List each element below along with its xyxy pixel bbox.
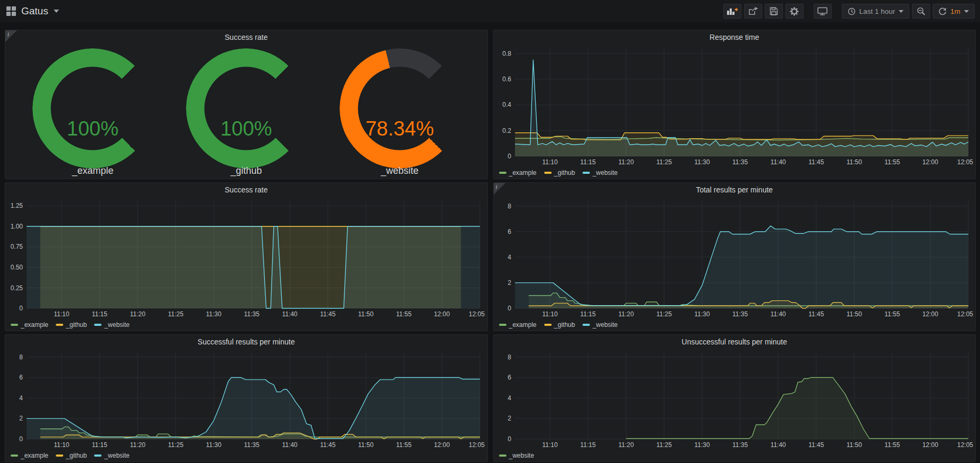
- svg-text:8: 8: [19, 353, 23, 361]
- svg-text:12:00: 12:00: [922, 158, 938, 166]
- svg-text:12:00: 12:00: [434, 310, 450, 318]
- refresh-button[interactable]: 1m: [933, 4, 975, 19]
- panel-title-success-rate[interactable]: Success rate: [5, 30, 487, 44]
- legend-item-_example[interactable]: _example: [11, 321, 48, 329]
- svg-text:11:10: 11:10: [542, 441, 557, 449]
- svg-text:11:55: 11:55: [884, 441, 900, 449]
- panel-info-icon[interactable]: i: [494, 183, 505, 195]
- svg-text:12:05: 12:05: [957, 158, 973, 166]
- svg-text:11:40: 11:40: [770, 441, 785, 449]
- legend-label: _example: [21, 452, 48, 459]
- settings-button[interactable]: [785, 4, 804, 19]
- chart-canvas[interactable]: 0246811:1011:1511:2011:2511:3011:3511:40…: [494, 197, 976, 319]
- legend-item-_website[interactable]: _website: [499, 452, 534, 459]
- time-range-label: Last 1 hour: [859, 7, 895, 15]
- save-button[interactable]: [765, 4, 783, 19]
- total-rpm-chart[interactable]: 0246811:1011:1511:2011:2511:3011:3511:40…: [494, 197, 976, 319]
- success-rate-chart[interactable]: 00.250.500.751.001.2511:1011:1511:2011:2…: [5, 197, 487, 319]
- svg-text:11:35: 11:35: [244, 310, 259, 318]
- svg-text:11:25: 11:25: [656, 310, 671, 318]
- svg-text:11:30: 11:30: [694, 158, 709, 166]
- legend-label: _website: [509, 452, 534, 459]
- legend-item-_website[interactable]: _website: [582, 321, 618, 329]
- gauge-value: 100%: [170, 117, 323, 140]
- legend-label: _website: [593, 169, 618, 176]
- dashboard-title[interactable]: Gatus: [21, 5, 48, 17]
- svg-text:0: 0: [19, 435, 23, 443]
- legend-item-_github[interactable]: _github: [544, 321, 575, 329]
- legend-item-_website[interactable]: _website: [582, 169, 618, 176]
- caret-down-icon: [964, 10, 969, 13]
- svg-text:11:50: 11:50: [358, 310, 374, 318]
- legend-item-_github[interactable]: _github: [544, 169, 575, 176]
- gauge-arc: [32, 48, 153, 169]
- legend-item-_example[interactable]: _example: [499, 321, 537, 329]
- add-panel-button[interactable]: [723, 4, 741, 19]
- svg-text:12:05: 12:05: [957, 310, 973, 318]
- legend-item-_website[interactable]: _website: [94, 321, 129, 329]
- svg-text:11:15: 11:15: [580, 441, 595, 449]
- legend-item-_github[interactable]: _github: [56, 321, 87, 329]
- svg-text:11:40: 11:40: [770, 310, 785, 318]
- legend-swatch: [11, 324, 18, 326]
- successful-rpm-chart[interactable]: 0246811:1011:1511:2011:2511:3011:3511:40…: [5, 349, 487, 450]
- unsuccessful-rpm-chart[interactable]: 0246811:1011:1511:2011:2511:3011:3511:40…: [494, 349, 976, 450]
- panel-title-unsuccessful-rpm[interactable]: Unsuccessful results per minute: [494, 335, 976, 349]
- panel-response-time: Response time 00.20.40.60.811:1011:1511:…: [493, 30, 976, 179]
- chart-canvas[interactable]: 00.250.500.751.001.2511:1011:1511:2011:2…: [5, 197, 487, 319]
- panel-total-rpm: i Total results per minute 0246811:1011:…: [493, 182, 976, 331]
- chart-canvas[interactable]: 0246811:1011:1511:2011:2511:3011:3511:40…: [5, 349, 487, 450]
- monitor-icon: [817, 7, 827, 15]
- time-range-picker[interactable]: Last 1 hour: [842, 4, 910, 19]
- chart-canvas[interactable]: 0246811:1011:1511:2011:2511:3011:3511:40…: [494, 349, 976, 450]
- svg-text:2: 2: [508, 415, 511, 422]
- svg-text:11:15: 11:15: [92, 441, 107, 449]
- legend-item-_example[interactable]: _example: [11, 452, 48, 459]
- svg-text:11:20: 11:20: [130, 310, 145, 318]
- legend-label: _website: [593, 321, 618, 329]
- gear-icon: [790, 7, 799, 16]
- zoom-out-button[interactable]: [912, 4, 930, 19]
- gauge-website: 78.34% _website: [323, 44, 477, 179]
- svg-text:11:45: 11:45: [808, 158, 824, 166]
- svg-text:11:20: 11:20: [618, 158, 633, 166]
- legend-label: _github: [554, 321, 575, 329]
- legend: _example_github_website: [494, 319, 976, 331]
- legend-item-_github[interactable]: _github: [56, 452, 87, 459]
- gauge-label: _example: [16, 165, 170, 176]
- zoom-out-icon: [917, 7, 925, 15]
- share-button[interactable]: [744, 4, 762, 19]
- chart-canvas[interactable]: 00.20.40.60.811:1011:1511:2011:2511:3011…: [494, 44, 976, 167]
- dashboard-grid: i Success rate 100% _example 100% _githu…: [0, 22, 980, 462]
- svg-text:0: 0: [508, 435, 511, 443]
- response-time-chart[interactable]: 00.20.40.60.811:1011:1511:2011:2511:3011…: [494, 44, 976, 167]
- svg-text:12:05: 12:05: [469, 441, 485, 449]
- tv-mode-button[interactable]: [814, 4, 832, 19]
- panel-title-response-time[interactable]: Response time: [494, 30, 976, 44]
- legend-swatch: [56, 324, 63, 326]
- svg-text:11:45: 11:45: [320, 441, 335, 449]
- legend-label: _example: [509, 321, 537, 329]
- panel-success-rate-ts: Success rate 00.250.500.751.001.2511:101…: [5, 182, 488, 331]
- legend-item-_example[interactable]: _example: [499, 169, 537, 176]
- caret-down-icon[interactable]: [54, 10, 59, 13]
- svg-text:11:30: 11:30: [206, 310, 222, 318]
- refresh-interval-label: 1m: [950, 7, 960, 15]
- legend-label: _website: [104, 321, 129, 329]
- legend-swatch: [11, 454, 18, 457]
- legend-label: _example: [21, 321, 48, 329]
- gauge-label: _github: [170, 165, 323, 176]
- gauge-row: 100% _example 100% _github 78.34% _websi…: [5, 44, 487, 179]
- legend-swatch: [94, 324, 102, 326]
- svg-text:11:10: 11:10: [542, 310, 557, 318]
- panel-title-successful-rpm[interactable]: Successful results per minute: [5, 335, 487, 349]
- panel-title-success-rate-ts[interactable]: Success rate: [5, 183, 487, 197]
- refresh-icon: [939, 7, 947, 15]
- legend-item-_website[interactable]: _website: [94, 452, 129, 459]
- legend-swatch: [544, 172, 552, 174]
- panel-title-total-rpm[interactable]: Total results per minute: [494, 183, 976, 197]
- panel-info-icon[interactable]: i: [5, 30, 17, 42]
- apps-grid-icon[interactable]: [6, 6, 16, 16]
- svg-text:11:35: 11:35: [732, 441, 748, 449]
- svg-text:11:50: 11:50: [846, 158, 861, 166]
